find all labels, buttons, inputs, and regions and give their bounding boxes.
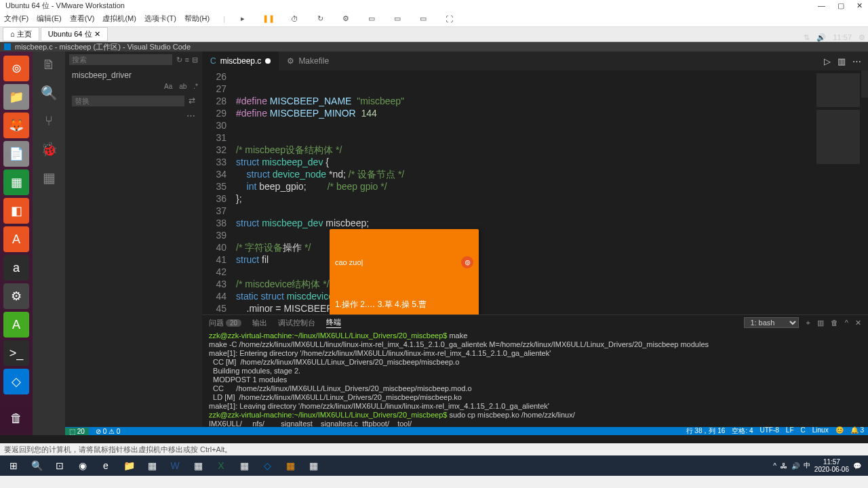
encoding[interactable]: UTF-8 [760,426,779,436]
vscode-taskbar-icon[interactable]: ◇ [256,457,278,474]
code-editor[interactable]: 2627282930313233343536373839404142434445… [202,70,868,314]
excel-icon[interactable]: X [210,457,232,474]
tab-miscbeep[interactable]: Cmiscbeep.c [202,52,279,70]
layout2-icon[interactable]: ▭ [392,14,403,24]
writer-icon[interactable]: 📄 [3,141,29,167]
regex-icon[interactable]: .* [193,83,198,90]
remote-indicator[interactable]: ⬚ 20 [65,428,89,435]
layout1-icon[interactable]: ▭ [366,14,377,24]
language[interactable]: C [801,426,806,436]
calc-icon[interactable]: ▦ [3,169,29,195]
maximize-button[interactable]: ▢ [837,1,844,10]
refresh-icon[interactable]: ↻ [176,56,182,64]
scm-icon[interactable]: ⑂ [45,113,53,129]
app4-icon[interactable]: ▦ [302,457,324,474]
tab-home[interactable]: 主页 [3,27,39,41]
kill-terminal-icon[interactable]: 🗑 [831,319,838,327]
taskview-icon[interactable]: ⊡ [49,457,71,474]
trash-icon[interactable]: 🗑 [3,405,29,431]
menu-vm[interactable]: 虚拟机(M) [102,14,136,24]
more-icon[interactable]: ⋯ [852,56,861,66]
split-terminal-icon[interactable]: ▥ [817,319,824,327]
chrome-icon[interactable]: ◉ [72,457,94,474]
terminal-output[interactable]: zzk@zzk-virtual-machine:~/linux/IMX6ULL/… [202,330,868,435]
eol[interactable]: LF [786,426,794,436]
tray-vol-icon[interactable]: 🔊 [791,462,800,470]
run-icon[interactable]: ▷ [824,56,831,66]
tray-notif-icon[interactable]: 💬 [853,462,861,470]
revert-icon[interactable]: ↻ [315,14,326,24]
search-result[interactable]: miscbeep_driver [65,68,202,83]
close-panel-icon[interactable]: ✕ [855,319,861,327]
snapshot-icon[interactable]: ⏱ [289,14,300,24]
layout3-icon[interactable]: ▭ [418,14,429,24]
firefox-icon[interactable]: 🦊 [3,113,29,138]
vmware-taskbar-icon[interactable]: ▦ [279,457,301,474]
replace-input[interactable] [72,96,184,106]
maximize-panel-icon[interactable]: ^ [845,319,848,327]
new-terminal-icon[interactable]: + [806,319,810,327]
cursor-position[interactable]: 行 38，列 16 [686,426,726,436]
app3-icon[interactable]: ▦ [233,457,255,474]
split-icon[interactable]: ▥ [837,56,846,66]
edge-icon[interactable]: e [95,457,117,474]
panel-problems[interactable]: 问题 20 [209,318,241,328]
debug-icon[interactable]: 🐞 [41,141,58,157]
impress-icon[interactable]: ◧ [3,198,29,224]
minimize-button[interactable]: — [818,1,825,10]
start-icon[interactable]: ⊞ [3,457,24,474]
menu-help[interactable]: 帮助(H) [184,14,210,24]
terminal-select[interactable]: 1: bash [744,317,799,328]
os[interactable]: Linux [812,426,829,436]
notifications-icon[interactable]: 🔔 3 [850,426,864,436]
gear-icon[interactable]: ⚙ [859,33,865,42]
manage-icon[interactable]: ⚙ [340,14,351,24]
fullscreen-icon[interactable]: ⛶ [443,14,454,24]
tray-date[interactable]: 2020-06-06 [814,466,849,473]
amazon-icon[interactable]: a [3,255,29,281]
menu-view[interactable]: 查看(V) [70,14,95,24]
pause-icon[interactable]: ❚❚ [263,14,274,24]
errors-warnings[interactable]: ⊘ 0 ⚠ 0 [96,428,120,435]
close-button[interactable]: ✕ [856,1,863,10]
network-icon[interactable]: ⇅ [804,33,810,42]
settings-icon[interactable]: ⚙ [3,283,29,309]
updater-icon[interactable]: A [3,312,29,338]
files-icon[interactable]: 📁 [3,84,29,110]
clear-icon[interactable]: ≡ [185,56,189,64]
tray-net-icon[interactable]: 🖧 [781,462,787,470]
indent[interactable]: 空格: 4 [732,426,753,436]
panel-output[interactable]: 输出 [252,318,267,328]
menu-edit[interactable]: 编辑(E) [37,14,62,24]
replace-all-icon[interactable]: ⇄ [189,96,195,106]
explorer-icon[interactable]: 🗎 [42,57,56,73]
collapse-icon[interactable]: ⊟ [192,56,198,64]
menu-file[interactable]: 文件(F) [4,14,28,24]
toggle-details-icon[interactable]: ⋯ [65,109,202,122]
menu-tabs[interactable]: 选项卡(T) [144,14,176,24]
app2-icon[interactable]: ▦ [187,457,209,474]
tab-makefile[interactable]: ⚙Makefile [279,52,337,70]
search-taskbar-icon[interactable]: 🔍 [26,457,47,474]
feedback-icon[interactable]: 😊 [835,426,844,436]
minimap[interactable] [814,70,868,314]
extensions-icon[interactable]: ▦ [43,169,56,186]
search-icon[interactable]: 🔍 [41,85,58,101]
power-icon[interactable]: ▸ [237,14,248,24]
vscode-dock-icon[interactable]: ◇ [3,369,29,394]
volume-icon[interactable]: 🔊 [816,33,826,42]
panel-debug[interactable]: 调试控制台 [278,318,315,328]
tray-ime-icon[interactable]: 中 [804,461,810,470]
match-case-icon[interactable]: Aa [164,83,172,90]
software-icon[interactable]: A [3,226,29,252]
panel-terminal[interactable]: 终端 [326,317,341,328]
whole-word-icon[interactable]: ab [179,83,186,90]
app1-icon[interactable]: ▦ [141,457,163,474]
word-icon[interactable]: W [164,457,186,474]
dash-icon[interactable]: ⊚ [3,56,29,81]
tab-vm[interactable]: Ubuntu 64 位 ✕ [41,27,108,41]
terminal-icon[interactable]: >_ [3,340,29,366]
tray-time[interactable]: 11:57 [814,458,849,466]
tray-up-icon[interactable]: ^ [773,462,776,470]
ime-candidates[interactable]: 1.操作 2.… 3.草 4.操 5.曹 [330,296,479,313]
